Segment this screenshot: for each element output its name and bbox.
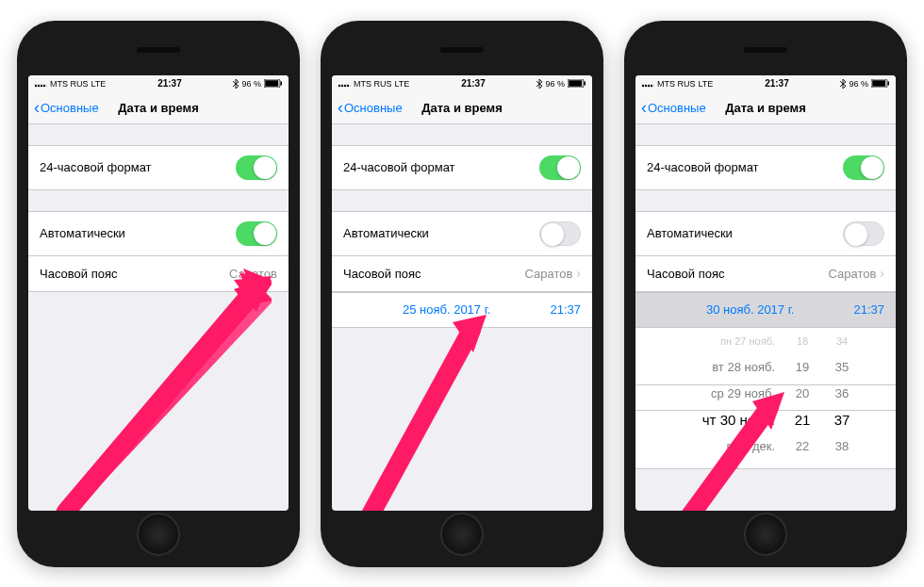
annotation-arrow-overlay bbox=[55, 269, 272, 511]
phone-frame: MTS RUS LTE 21:37 96 % ‹ Основные Дата и… bbox=[624, 21, 907, 567]
carrier-label: MTS RUS bbox=[657, 79, 696, 89]
phone-frame: MTS RUS LTE 21:37 96 % ‹ Основные Дата и… bbox=[17, 21, 300, 567]
back-label: Основные bbox=[344, 101, 403, 115]
battery-pct: 96 % bbox=[241, 79, 261, 89]
svg-point-4 bbox=[46, 84, 47, 86]
svg-rect-30 bbox=[888, 82, 890, 86]
svg-point-2 bbox=[41, 84, 42, 86]
row-timezone[interactable]: Часовой пояс Саратов › bbox=[332, 256, 592, 292]
row-24h-format: 24-часовой формат bbox=[28, 145, 289, 190]
svg-point-26 bbox=[651, 84, 652, 86]
chevron-right-icon: › bbox=[576, 266, 581, 281]
toggle-24h[interactable] bbox=[843, 155, 884, 180]
chevron-right-icon: › bbox=[880, 266, 884, 281]
picker-col-hour[interactable]: 18 19 20 21 22 23 0 bbox=[783, 328, 822, 468]
picker-col-date[interactable]: пн 27 нояб. вт 28 нояб. ср 29 нояб. чт 3… bbox=[669, 328, 783, 468]
svg-point-23 bbox=[642, 84, 644, 86]
screen: MTS RUS LTE 21:37 96 % ‹ Основные Дата и… bbox=[635, 75, 896, 511]
back-button[interactable]: ‹ Основные bbox=[641, 99, 706, 116]
network-label: LTE bbox=[395, 79, 410, 89]
annotation-arrow bbox=[55, 269, 272, 511]
back-label: Основные bbox=[41, 101, 99, 115]
toggle-automatic[interactable] bbox=[539, 221, 581, 246]
svg-rect-6 bbox=[265, 80, 278, 87]
battery-icon bbox=[871, 79, 890, 88]
row-label: Автоматически bbox=[343, 226, 429, 240]
battery-icon bbox=[264, 79, 283, 88]
bluetooth-icon bbox=[536, 79, 542, 89]
row-automatic: Автоматически bbox=[28, 211, 289, 256]
toggle-24h[interactable] bbox=[236, 155, 277, 180]
svg-point-27 bbox=[653, 84, 654, 86]
chevron-left-icon: ‹ bbox=[641, 99, 647, 116]
status-time: 21:37 bbox=[765, 78, 789, 89]
svg-point-3 bbox=[43, 84, 45, 86]
timezone-value: Саратов bbox=[229, 267, 277, 281]
row-timezone[interactable]: Часовой пояс Саратов bbox=[28, 256, 289, 292]
screen: MTS RUS LTE 21:37 96 % ‹ Основные Дата и… bbox=[332, 75, 592, 511]
svg-rect-7 bbox=[281, 82, 283, 86]
timezone-value: Саратов bbox=[828, 267, 876, 281]
network-label: LTE bbox=[699, 79, 714, 89]
svg-point-14 bbox=[338, 84, 340, 86]
svg-point-1 bbox=[38, 84, 40, 86]
row-datetime[interactable]: 30 нояб. 2017 г. 21:37 bbox=[635, 292, 896, 328]
svg-marker-8 bbox=[55, 285, 272, 511]
timezone-value: Саратов bbox=[524, 267, 572, 281]
toggle-automatic[interactable] bbox=[236, 221, 277, 246]
svg-point-15 bbox=[341, 84, 343, 86]
back-button[interactable]: ‹ Основные bbox=[34, 99, 99, 116]
annotation-arrow bbox=[360, 309, 511, 511]
row-automatic: Автоматически bbox=[332, 211, 592, 256]
row-label: Часовой пояс bbox=[40, 267, 117, 281]
toggle-automatic[interactable] bbox=[843, 221, 884, 246]
time-label: 21:37 bbox=[853, 302, 884, 317]
svg-rect-21 bbox=[585, 82, 586, 86]
row-24h-format: 24-часовой формат bbox=[635, 145, 896, 190]
svg-rect-20 bbox=[569, 80, 582, 87]
nav-bar: ‹ Основные Дата и время bbox=[332, 92, 592, 124]
svg-point-24 bbox=[645, 84, 647, 86]
row-datetime[interactable]: 25 нояб. 2017 г. 21:37 bbox=[332, 292, 592, 328]
svg-point-25 bbox=[648, 84, 650, 86]
svg-point-16 bbox=[344, 84, 346, 86]
datetime-picker[interactable]: пн 27 нояб. вт 28 нояб. ср 29 нояб. чт 3… bbox=[635, 328, 896, 469]
bluetooth-icon bbox=[233, 79, 239, 89]
svg-point-0 bbox=[35, 84, 37, 86]
battery-icon bbox=[568, 79, 586, 88]
signal-icon bbox=[34, 80, 47, 88]
row-label: Автоматически bbox=[40, 226, 125, 240]
carrier-label: MTS RUS bbox=[354, 79, 392, 89]
status-bar: MTS RUS LTE 21:37 96 % bbox=[332, 75, 592, 92]
row-label: Часовой пояс bbox=[647, 267, 724, 281]
status-bar: MTS RUS LTE 21:37 96 % bbox=[28, 75, 289, 92]
bluetooth-icon bbox=[840, 79, 846, 89]
row-24h-format: 24-часовой формат bbox=[332, 145, 592, 190]
chevron-left-icon: ‹ bbox=[338, 99, 343, 116]
row-label: 24-часовой формат bbox=[647, 160, 759, 174]
picker-col-minute[interactable]: 34 35 36 37 38 39 40 bbox=[822, 328, 862, 468]
date-label: 30 нояб. 2017 г. bbox=[647, 302, 853, 317]
row-timezone[interactable]: Часовой пояс Саратов › bbox=[635, 256, 896, 292]
network-label: LTE bbox=[91, 79, 107, 89]
svg-point-18 bbox=[350, 84, 351, 86]
nav-bar: ‹ Основные Дата и время bbox=[28, 92, 289, 124]
status-time: 21:37 bbox=[157, 78, 182, 89]
row-automatic: Автоматически bbox=[635, 211, 896, 256]
time-label: 21:37 bbox=[550, 302, 581, 317]
row-label: 24-часовой формат bbox=[343, 160, 455, 174]
back-button[interactable]: ‹ Основные bbox=[338, 99, 403, 116]
date-label: 25 нояб. 2017 г. bbox=[343, 302, 550, 317]
carrier-label: MTS RUS bbox=[50, 79, 89, 89]
signal-icon bbox=[338, 80, 351, 88]
signal-icon bbox=[641, 80, 654, 88]
battery-pct: 96 % bbox=[849, 79, 868, 89]
phone-frame: MTS RUS LTE 21:37 96 % ‹ Основные Дата и… bbox=[321, 21, 603, 567]
toggle-24h[interactable] bbox=[539, 155, 581, 180]
status-bar: MTS RUS LTE 21:37 96 % bbox=[635, 75, 896, 92]
chevron-left-icon: ‹ bbox=[34, 99, 40, 116]
status-time: 21:37 bbox=[461, 78, 486, 89]
nav-bar: ‹ Основные Дата и время bbox=[635, 92, 896, 124]
screen: MTS RUS LTE 21:37 96 % ‹ Основные Дата и… bbox=[28, 75, 289, 511]
svg-point-17 bbox=[347, 84, 349, 86]
